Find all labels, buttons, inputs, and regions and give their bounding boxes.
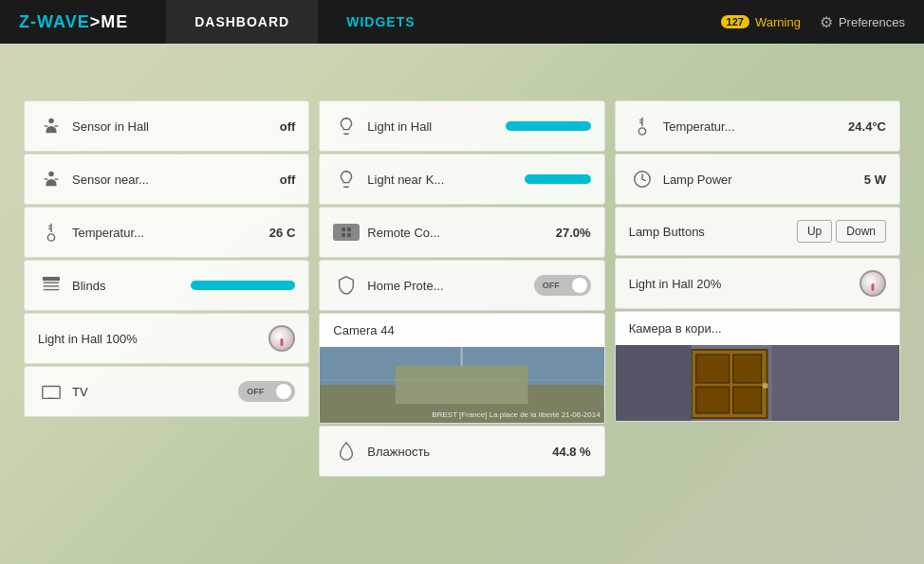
lamp-buttons-widget: Lamp Buttons Up Down: [615, 207, 900, 256]
tv-icon: [38, 378, 65, 405]
blinds-label: Blinds: [72, 279, 183, 293]
lamp-power-label: Lamp Power: [663, 173, 857, 187]
light-near-k-bar[interactable]: [525, 174, 591, 184]
navbar-right: 127 Warning ⚙ Preferences: [721, 13, 905, 31]
camera44-header: Camera 44: [320, 314, 603, 347]
svg-rect-24: [695, 355, 729, 383]
home-prote-label: Home Prote...: [367, 279, 526, 293]
svg-rect-27: [732, 387, 761, 413]
svg-rect-30: [771, 345, 899, 421]
person-icon-2: [38, 166, 65, 192]
lamp-up-button[interactable]: Up: [797, 220, 832, 243]
bulb-icon: [333, 113, 360, 139]
sensor-near-widget: Sensor near... off: [24, 154, 309, 205]
light-near-k-widget: Light near K...: [319, 154, 604, 205]
column-left: Sensor in Hall off Sensor near... off Te…: [24, 100, 309, 545]
sensor-near-label: Sensor near...: [72, 173, 272, 187]
toggle-knob: [276, 384, 291, 399]
warning-badge[interactable]: 127 Warning: [721, 15, 801, 29]
nav-tabs: DASHBOARD WIDGETS: [166, 0, 720, 44]
camera-kori-header: Камера в кори...: [616, 312, 899, 345]
thermometer-icon-right: [629, 113, 656, 139]
preferences-button[interactable]: ⚙ Preferences: [820, 13, 905, 31]
light-hall-widget: Light in Hall: [319, 100, 604, 152]
gear-icon: ⚙: [820, 13, 833, 31]
camera-kori-label: Камера в кори...: [629, 321, 886, 336]
camera-kori-widget: Камера в кори...: [615, 311, 900, 422]
blinds-icon: [38, 272, 65, 299]
camera-kori-thumb[interactable]: [616, 345, 899, 421]
light-hall-100-widget: Light in Hall 100%: [24, 313, 309, 364]
svg-rect-29: [616, 345, 692, 421]
light-hall-100-dial[interactable]: [268, 325, 295, 352]
temp-right-label: Temperatur...: [663, 119, 841, 134]
tv-label: TV: [72, 385, 231, 399]
lamp-buttons-label: Lamp Buttons: [629, 225, 789, 239]
column-middle: Light in Hall Light near K... Remote Co.…: [319, 100, 604, 545]
thermometer-icon-left: [38, 219, 65, 246]
svg-rect-8: [44, 278, 60, 281]
light-hall-20-label: Light in Hall 20%: [629, 277, 852, 291]
navbar: Z-WAVE>ME DASHBOARD WIDGETS 127 Warning …: [0, 0, 924, 44]
svg-rect-25: [695, 387, 729, 413]
camera44-label: Camera 44: [333, 323, 590, 337]
light-hall-bar[interactable]: [506, 121, 591, 131]
svg-rect-16: [396, 366, 528, 404]
remote-co-value: 27.0%: [556, 226, 591, 240]
tab-widgets[interactable]: WIDGETS: [318, 0, 443, 44]
temp-left-widget: Temperatur... 26 C: [24, 207, 309, 258]
humidity-widget: Влажность 44.8 %: [319, 426, 604, 477]
temp-left-label: Temperatur...: [72, 226, 262, 240]
home-prote-toggle[interactable]: OFF: [534, 275, 591, 296]
lamp-down-button[interactable]: Down: [836, 220, 886, 243]
svg-point-28: [762, 383, 767, 389]
lamp-btn-group: Up Down: [797, 220, 886, 243]
svg-rect-12: [43, 387, 60, 399]
light-hall-100-label: Light in Hall 100%: [38, 332, 261, 346]
home-prote-widget: Home Prote... OFF: [319, 260, 604, 311]
remote-co-widget: Remote Co... 27.0%: [319, 207, 604, 258]
warning-label: Warning: [755, 15, 801, 29]
remote-co-label: Remote Co...: [367, 226, 547, 240]
logo-suffix: >ME: [90, 12, 129, 31]
camera44-widget: Camera 44 BREST [France] La place de la …: [319, 313, 604, 424]
temp-right-value: 24.4°C: [848, 119, 886, 134]
light-near-k-label: Light near K...: [367, 173, 516, 187]
tab-dashboard[interactable]: DASHBOARD: [166, 0, 318, 44]
app-logo: Z-WAVE>ME: [19, 12, 128, 32]
remote-icon: [333, 219, 360, 246]
person-icon: [38, 113, 65, 139]
sensor-hall-label: Sensor in Hall: [72, 119, 272, 134]
bulb-icon-2: [333, 166, 360, 192]
warning-count: 127: [721, 15, 749, 28]
shield-icon: [333, 272, 360, 299]
lamp-power-widget: Lamp Power 5 W: [615, 154, 900, 205]
lamp-power-value: 5 W: [864, 173, 886, 187]
preferences-label: Preferences: [839, 15, 905, 29]
blinds-widget: Blinds: [24, 260, 309, 311]
toggle-off-label: OFF: [247, 387, 264, 396]
drop-icon: [333, 438, 360, 464]
temp-left-value: 26 C: [269, 226, 295, 240]
home-prote-toggle-label: OFF: [543, 281, 560, 290]
blinds-bar[interactable]: [191, 281, 295, 290]
sensor-near-value: off: [280, 173, 296, 187]
light-hall-20-widget: Light in Hall 20%: [615, 258, 900, 309]
svg-point-3: [48, 172, 54, 177]
camera-timestamp: BREST [France] La place de la liberté 21…: [432, 410, 600, 419]
column-right: Temperatur... 24.4°C Lamp Power 5 W Lamp…: [615, 100, 900, 545]
main-content: Sensor in Hall off Sensor near... off Te…: [0, 44, 924, 564]
temp-right-widget: Temperatur... 24.4°C: [615, 100, 900, 152]
light-hall-20-dial[interactable]: [859, 270, 886, 297]
home-prote-toggle-knob: [572, 278, 587, 293]
sensor-hall-value: off: [280, 119, 296, 134]
humidity-label: Влажность: [367, 445, 545, 459]
svg-rect-26: [732, 355, 761, 383]
sensor-hall-widget: Sensor in Hall off: [24, 100, 309, 152]
tv-widget: TV OFF: [24, 366, 309, 417]
camera44-thumb[interactable]: BREST [France] La place de la liberté 21…: [320, 347, 603, 423]
humidity-value: 44.8 %: [552, 445, 590, 459]
svg-point-0: [48, 118, 54, 124]
tv-toggle[interactable]: OFF: [238, 381, 295, 402]
light-hall-label: Light in Hall: [367, 119, 497, 134]
